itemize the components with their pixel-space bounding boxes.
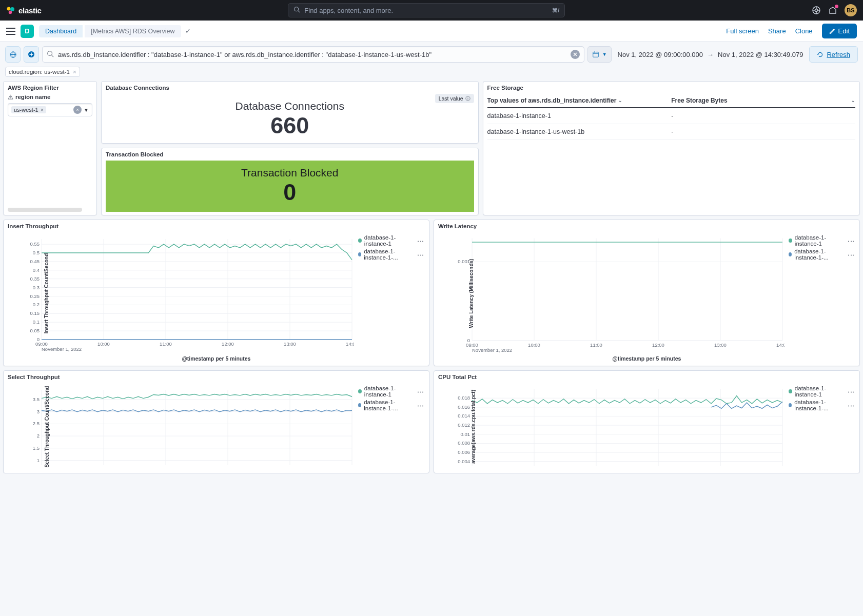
refresh-icon (817, 51, 823, 58)
user-avatar[interactable]: BS (845, 4, 857, 16)
chart-plot[interactable]: Insert Throughput Count/Second 00.050.10… (8, 232, 354, 354)
last-value-badge[interactable]: Last value (435, 94, 474, 103)
chart-legend: database-1-instance-1⋮ database-1-instan… (784, 383, 855, 470)
legend-item[interactable]: database-1-instance-1⋮ (358, 234, 425, 247)
clear-select-button[interactable]: × (73, 106, 82, 114)
region-select[interactable]: us-west-1 × × ▼ (8, 103, 92, 116)
svg-text:November 1, 2022: November 1, 2022 (42, 346, 82, 352)
table-row[interactable]: database-1-instance-1-us-west-1b- (487, 124, 856, 140)
legend-dot (789, 239, 792, 243)
svg-text:3.5: 3.5 (33, 396, 40, 402)
pencil-icon (829, 28, 835, 34)
legend-item[interactable]: database-1-instance-1⋮ (789, 385, 855, 398)
svg-text:2: 2 (37, 433, 40, 439)
region-value-pill[interactable]: us-west-1 × (11, 106, 46, 113)
svg-text:0.3: 0.3 (33, 285, 40, 290)
search-placeholder: Find apps, content, and more. (304, 7, 552, 14)
breadcrumb-dashboard[interactable]: Dashboard (39, 25, 83, 37)
svg-text:0.2: 0.2 (33, 302, 40, 307)
clear-query-button[interactable] (571, 50, 580, 59)
panel-db-connections: Database Connections Last value Database… (101, 81, 479, 144)
search-icon (293, 6, 300, 14)
svg-text:1.5: 1.5 (33, 445, 40, 451)
panel-cpu-total-pct: CPU Total Pct average(aws.rds.cpu.total.… (434, 370, 860, 473)
legend-item[interactable]: database-1-instance-1⋮ (358, 385, 425, 398)
svg-text:11:00: 11:00 (590, 342, 602, 348)
metric-value: 660 (106, 112, 474, 139)
svg-point-1 (10, 7, 14, 11)
clone-button[interactable]: Clone (795, 27, 813, 35)
space-badge[interactable]: D (21, 25, 34, 38)
legend-menu-icon[interactable]: ⋮ (848, 389, 855, 395)
legend-dot (789, 403, 792, 407)
help-icon[interactable] (812, 6, 821, 15)
svg-point-2 (9, 11, 12, 14)
svg-point-3 (295, 7, 299, 11)
legend-item[interactable]: database-1-instance-1-...⋮ (358, 399, 425, 411)
legend-item[interactable]: database-1-instance-1-...⋮ (789, 399, 855, 411)
remove-value-icon[interactable]: × (41, 107, 44, 113)
chevron-down-icon: ▼ (84, 107, 89, 113)
share-button[interactable]: Share (768, 27, 786, 35)
edit-button[interactable]: Edit (822, 24, 857, 38)
legend-menu-icon[interactable]: ⋮ (848, 403, 855, 409)
svg-text:0.014: 0.014 (458, 413, 470, 419)
chart-plot[interactable]: Write Latency (Milliseconds) 00.00109:00… (438, 232, 784, 354)
data-view-button[interactable] (5, 46, 21, 63)
legend-item[interactable]: database-1-instance-1-...⋮ (358, 248, 425, 261)
y-axis-label: Select Throughput Count/Second (44, 386, 50, 467)
legend-menu-icon[interactable]: ⋮ (848, 238, 855, 245)
svg-text:0.008: 0.008 (458, 440, 470, 446)
refresh-button[interactable]: Refresh (809, 46, 858, 63)
legend-menu-icon[interactable]: ⋮ (417, 403, 425, 409)
scrollbar[interactable] (8, 208, 82, 212)
filter-pill-region[interactable]: cloud.region: us-west-1 × (5, 67, 80, 77)
legend-menu-icon[interactable]: ⋮ (417, 252, 425, 259)
query-bar: aws.rds.db_instance.identifier : "databa… (0, 42, 863, 67)
panel-title: Database Connections (106, 85, 474, 91)
sub-header: D Dashboard [Metrics AWS] RDS Overview ✓… (0, 21, 863, 42)
newsfeed-icon[interactable] (828, 6, 837, 15)
svg-text:12:00: 12:00 (222, 341, 234, 347)
global-header: elastic Find apps, content, and more. ⌘/… (0, 0, 863, 21)
svg-point-29 (467, 97, 468, 97)
logo[interactable]: elastic (6, 6, 42, 15)
legend-menu-icon[interactable]: ⋮ (417, 389, 425, 395)
full-screen-button[interactable]: Full screen (726, 27, 759, 35)
svg-text:0.15: 0.15 (30, 310, 40, 316)
panel-title: Select Throughput (8, 374, 425, 380)
panel-title: Free Storage (487, 85, 856, 91)
date-picker-button[interactable]: ▼ (587, 46, 612, 63)
svg-line-18 (52, 55, 54, 57)
legend-menu-icon[interactable]: ⋮ (417, 238, 425, 245)
svg-rect-21 (593, 52, 598, 57)
column-header-instance[interactable]: Top values of aws.rds.db_instance.identi… (487, 97, 672, 104)
chevron-down-icon: ⌄ (851, 98, 855, 103)
remove-filter-icon[interactable]: × (73, 69, 76, 75)
date-range-display[interactable]: Nov 1, 2022 @ 09:00:00.000 → Nov 1, 2022… (615, 51, 807, 58)
logo-text: elastic (18, 6, 42, 15)
legend-menu-icon[interactable]: ⋮ (848, 252, 855, 259)
chevron-down-icon: ▼ (602, 52, 607, 57)
svg-point-26 (10, 98, 11, 98)
panel-title: Insert Throughput (8, 223, 425, 229)
arrow-right-icon: → (707, 51, 714, 58)
svg-point-6 (815, 9, 817, 12)
svg-text:10:00: 10:00 (97, 341, 110, 347)
panel-select-throughput: Select Throughput Select Throughput Coun… (3, 370, 429, 473)
panel-title: Transaction Blocked (106, 151, 474, 157)
add-filter-button[interactable] (24, 46, 39, 63)
metric-value: 0 (283, 179, 296, 206)
svg-text:13:00: 13:00 (284, 341, 296, 347)
legend-item[interactable]: database-1-instance-1⋮ (789, 234, 855, 247)
legend-dot (789, 389, 792, 393)
global-search-input[interactable]: Find apps, content, and more. ⌘/ (288, 3, 565, 17)
chart-plot[interactable]: average(aws.rds.cpu.total.pct) 0.0040.00… (438, 383, 784, 470)
query-input[interactable]: aws.rds.db_instance.identifier : "databa… (42, 46, 584, 63)
table-row[interactable]: database-1-instance-1- (487, 108, 856, 124)
chart-plot[interactable]: Select Throughput Count/Second 11.522.53… (8, 383, 354, 470)
column-header-bytes[interactable]: Free Storage Bytes ⌄ (671, 97, 855, 104)
svg-text:November 1, 2022: November 1, 2022 (472, 347, 512, 353)
legend-item[interactable]: database-1-instance-1-...⋮ (789, 248, 855, 261)
nav-toggle-button[interactable] (6, 28, 15, 35)
